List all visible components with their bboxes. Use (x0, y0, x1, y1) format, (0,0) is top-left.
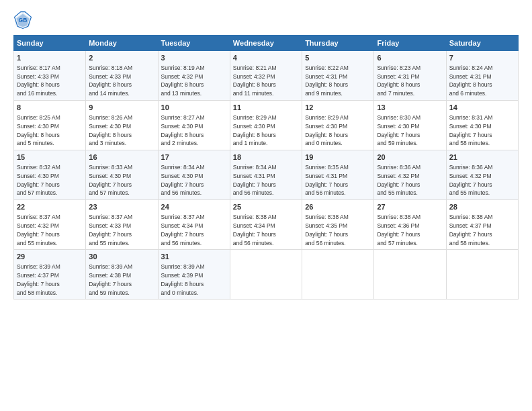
week-row-2: 8Sunrise: 8:25 AM Sunset: 4:30 PM Daylig… (14, 101, 519, 150)
day-detail: Sunrise: 8:38 AM Sunset: 4:37 PM Dayligh… (449, 214, 493, 246)
day-cell-31: 31Sunrise: 8:39 AM Sunset: 4:39 PM Dayli… (158, 250, 230, 300)
day-cell-18: 18Sunrise: 8:34 AM Sunset: 4:31 PM Dayli… (230, 150, 302, 200)
day-detail: Sunrise: 8:34 AM Sunset: 4:30 PM Dayligh… (161, 164, 205, 196)
day-detail: Sunrise: 8:31 AM Sunset: 4:30 PM Dayligh… (449, 114, 493, 146)
header: GB (13, 11, 519, 30)
day-detail: Sunrise: 8:32 AM Sunset: 4:30 PM Dayligh… (17, 164, 60, 196)
week-row-1: 1Sunrise: 8:17 AM Sunset: 4:33 PM Daylig… (14, 51, 519, 101)
day-detail: Sunrise: 8:38 AM Sunset: 4:34 PM Dayligh… (233, 214, 277, 246)
day-detail: Sunrise: 8:25 AM Sunset: 4:30 PM Dayligh… (17, 114, 60, 146)
day-number: 20 (377, 152, 443, 163)
day-cell-29: 29Sunrise: 8:39 AM Sunset: 4:37 PM Dayli… (14, 250, 86, 300)
day-detail: Sunrise: 8:27 AM Sunset: 4:30 PM Dayligh… (161, 114, 205, 146)
weekday-header-wednesday: Wednesday (230, 36, 302, 51)
day-number: 19 (305, 152, 371, 163)
page: GB SundayMondayTuesdayWednesdayThursdayF… (0, 0, 532, 411)
logo-icon: GB (13, 11, 32, 30)
week-row-3: 15Sunrise: 8:32 AM Sunset: 4:30 PM Dayli… (14, 150, 519, 200)
calendar-table: SundayMondayTuesdayWednesdayThursdayFrid… (13, 35, 519, 300)
day-detail: Sunrise: 8:39 AM Sunset: 4:39 PM Dayligh… (161, 263, 205, 295)
day-cell-6: 6Sunrise: 8:23 AM Sunset: 4:31 PM Daylig… (374, 51, 446, 101)
day-number: 15 (17, 152, 83, 163)
day-number: 16 (89, 152, 154, 163)
logo: GB (13, 11, 35, 30)
day-cell-3: 3Sunrise: 8:19 AM Sunset: 4:32 PM Daylig… (158, 51, 230, 101)
day-detail: Sunrise: 8:37 AM Sunset: 4:33 PM Dayligh… (89, 214, 132, 246)
day-detail: Sunrise: 8:36 AM Sunset: 4:32 PM Dayligh… (449, 164, 493, 196)
day-number: 4 (233, 53, 299, 63)
day-cell-25: 25Sunrise: 8:38 AM Sunset: 4:34 PM Dayli… (230, 200, 302, 250)
day-cell-26: 26Sunrise: 8:38 AM Sunset: 4:35 PM Dayli… (302, 200, 374, 250)
weekday-header-tuesday: Tuesday (158, 36, 230, 51)
day-number: 14 (449, 103, 515, 113)
day-cell-17: 17Sunrise: 8:34 AM Sunset: 4:30 PM Dayli… (158, 150, 230, 200)
day-cell-24: 24Sunrise: 8:37 AM Sunset: 4:34 PM Dayli… (158, 200, 230, 250)
weekday-header-monday: Monday (86, 36, 158, 51)
week-row-4: 22Sunrise: 8:37 AM Sunset: 4:32 PM Dayli… (14, 200, 519, 250)
weekday-row: SundayMondayTuesdayWednesdayThursdayFrid… (14, 36, 519, 51)
weekday-header-thursday: Thursday (302, 36, 374, 51)
day-cell-12: 12Sunrise: 8:29 AM Sunset: 4:30 PM Dayli… (302, 101, 374, 150)
day-detail: Sunrise: 8:38 AM Sunset: 4:36 PM Dayligh… (377, 214, 420, 246)
day-number: 31 (161, 252, 227, 262)
day-number: 8 (17, 103, 83, 113)
calendar-header: SundayMondayTuesdayWednesdayThursdayFrid… (14, 36, 519, 51)
day-detail: Sunrise: 8:17 AM Sunset: 4:33 PM Dayligh… (17, 64, 60, 97)
day-number: 3 (161, 53, 227, 63)
day-number: 1 (17, 53, 83, 63)
day-detail: Sunrise: 8:23 AM Sunset: 4:31 PM Dayligh… (377, 64, 420, 97)
day-cell-16: 16Sunrise: 8:33 AM Sunset: 4:30 PM Dayli… (86, 150, 158, 200)
day-cell-30: 30Sunrise: 8:39 AM Sunset: 4:38 PM Dayli… (86, 250, 158, 300)
day-cell-5: 5Sunrise: 8:22 AM Sunset: 4:31 PM Daylig… (302, 51, 374, 101)
day-cell-2: 2Sunrise: 8:18 AM Sunset: 4:33 PM Daylig… (86, 51, 158, 101)
day-number: 26 (305, 202, 371, 212)
day-number: 5 (305, 53, 371, 63)
day-number: 17 (161, 152, 227, 163)
day-detail: Sunrise: 8:33 AM Sunset: 4:30 PM Dayligh… (89, 164, 132, 196)
day-number: 13 (377, 103, 443, 113)
day-detail: Sunrise: 8:22 AM Sunset: 4:31 PM Dayligh… (305, 64, 349, 97)
day-detail: Sunrise: 8:37 AM Sunset: 4:34 PM Dayligh… (161, 214, 205, 246)
day-number: 9 (89, 103, 154, 113)
day-detail: Sunrise: 8:19 AM Sunset: 4:32 PM Dayligh… (161, 64, 205, 97)
day-cell-1: 1Sunrise: 8:17 AM Sunset: 4:33 PM Daylig… (14, 51, 86, 101)
weekday-header-sunday: Sunday (14, 36, 86, 51)
day-cell-27: 27Sunrise: 8:38 AM Sunset: 4:36 PM Dayli… (374, 200, 446, 250)
day-detail: Sunrise: 8:26 AM Sunset: 4:30 PM Dayligh… (89, 114, 132, 146)
day-detail: Sunrise: 8:24 AM Sunset: 4:31 PM Dayligh… (449, 64, 493, 97)
day-number: 22 (17, 202, 83, 212)
day-detail: Sunrise: 8:38 AM Sunset: 4:35 PM Dayligh… (305, 214, 349, 246)
day-number: 24 (161, 202, 227, 212)
day-cell-14: 14Sunrise: 8:31 AM Sunset: 4:30 PM Dayli… (446, 101, 518, 150)
day-number: 18 (233, 152, 299, 163)
weekday-header-friday: Friday (374, 36, 446, 51)
svg-text:GB: GB (19, 17, 28, 24)
calendar-body: 1Sunrise: 8:17 AM Sunset: 4:33 PM Daylig… (14, 51, 519, 300)
day-detail: Sunrise: 8:36 AM Sunset: 4:32 PM Dayligh… (377, 164, 420, 196)
day-cell-15: 15Sunrise: 8:32 AM Sunset: 4:30 PM Dayli… (14, 150, 86, 200)
week-row-5: 29Sunrise: 8:39 AM Sunset: 4:37 PM Dayli… (14, 250, 519, 300)
day-cell-10: 10Sunrise: 8:27 AM Sunset: 4:30 PM Dayli… (158, 101, 230, 150)
day-cell-11: 11Sunrise: 8:29 AM Sunset: 4:30 PM Dayli… (230, 101, 302, 150)
day-number: 30 (89, 252, 154, 262)
day-number: 6 (377, 53, 443, 63)
day-detail: Sunrise: 8:30 AM Sunset: 4:30 PM Dayligh… (377, 114, 420, 146)
day-number: 10 (161, 103, 227, 113)
day-number: 29 (17, 252, 83, 262)
day-number: 11 (233, 103, 299, 113)
day-number: 28 (449, 202, 515, 212)
day-number: 2 (89, 53, 154, 63)
empty-cell (446, 250, 518, 300)
day-number: 12 (305, 103, 371, 113)
day-cell-21: 21Sunrise: 8:36 AM Sunset: 4:32 PM Dayli… (446, 150, 518, 200)
day-cell-22: 22Sunrise: 8:37 AM Sunset: 4:32 PM Dayli… (14, 200, 86, 250)
day-detail: Sunrise: 8:39 AM Sunset: 4:38 PM Dayligh… (89, 263, 132, 295)
day-detail: Sunrise: 8:21 AM Sunset: 4:32 PM Dayligh… (233, 64, 277, 97)
day-detail: Sunrise: 8:34 AM Sunset: 4:31 PM Dayligh… (233, 164, 277, 196)
empty-cell (302, 250, 374, 300)
day-cell-28: 28Sunrise: 8:38 AM Sunset: 4:37 PM Dayli… (446, 200, 518, 250)
day-detail: Sunrise: 8:18 AM Sunset: 4:33 PM Dayligh… (89, 64, 132, 97)
day-number: 21 (449, 152, 515, 163)
weekday-header-saturday: Saturday (446, 36, 518, 51)
day-number: 23 (89, 202, 154, 212)
